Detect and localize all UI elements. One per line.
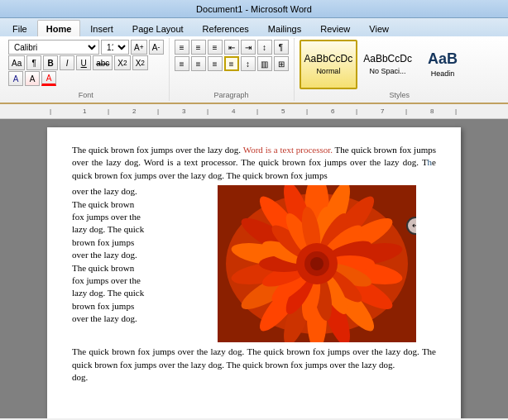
increase-indent-button[interactable]: ⇥ bbox=[241, 40, 256, 55]
style-normal-button[interactable]: AaBbCcDc Normal bbox=[300, 40, 358, 89]
bold-button[interactable]: B bbox=[43, 55, 58, 70]
align-left-button[interactable]: ≡ bbox=[175, 56, 189, 71]
text-left-column: over the lazy dog. The quick brown fox j… bbox=[72, 185, 213, 342]
first-paragraph: The quick brown fox jumps over the lazy … bbox=[72, 144, 436, 182]
tab-review[interactable]: Review bbox=[311, 20, 359, 36]
ribbon-content: Calibri 11 A+ A- Aa ¶ B I U abc X2 X2 A bbox=[0, 36, 508, 104]
para-row-1: ≡ ≡ ≡ ⇤ ⇥ ↕ ¶ bbox=[175, 40, 289, 55]
title-text: Document1 - Microsoft Word bbox=[196, 4, 312, 14]
title-bar: Document1 - Microsoft Word bbox=[0, 0, 508, 18]
highlight-button[interactable]: A bbox=[25, 71, 40, 86]
flower-svg bbox=[218, 185, 416, 342]
clear-format-button[interactable]: ¶ bbox=[26, 55, 41, 70]
style-normal-preview: AaBbCcDc bbox=[304, 54, 353, 64]
text-effect-button[interactable]: A bbox=[8, 71, 23, 86]
tab-references[interactable]: References bbox=[194, 20, 258, 36]
align-center-button[interactable]: ≡ bbox=[191, 56, 206, 71]
style-nospace-button[interactable]: AaBbCcDc No Spaci... bbox=[359, 40, 416, 89]
text-quickbrown-1: The quick brown fox jumps over the lazy … bbox=[72, 145, 243, 155]
style-nospace-label: No Spaci... bbox=[370, 67, 406, 75]
page-wrapper: The quick brown fox jumps over the lazy … bbox=[0, 119, 508, 418]
text-cont-3: e bbox=[432, 157, 436, 167]
font-group-content: Calibri 11 A+ A- Aa ¶ B I U abc X2 X2 A bbox=[8, 40, 164, 89]
font-group-label: Font bbox=[8, 89, 164, 99]
shading-button[interactable]: ▥ bbox=[257, 56, 272, 71]
multilevel-button[interactable]: ≡ bbox=[208, 40, 223, 55]
svg-point-40 bbox=[310, 257, 323, 270]
numbering-button[interactable]: ≡ bbox=[191, 40, 206, 55]
tab-insert[interactable]: Insert bbox=[81, 20, 122, 36]
align-right-button[interactable]: ≡ bbox=[208, 56, 223, 71]
decrease-indent-button[interactable]: ⇤ bbox=[224, 40, 239, 55]
paragraph-group-label: Paragraph bbox=[175, 89, 289, 99]
left-col-text: over the lazy dog. The quick brown fox j… bbox=[72, 185, 213, 325]
tab-pagelayout[interactable]: Page Layout bbox=[123, 20, 193, 36]
tab-mailings[interactable]: Mailings bbox=[259, 20, 310, 36]
subscript-button[interactable]: X2 bbox=[114, 55, 130, 70]
bottom-text-2: dog. bbox=[72, 372, 88, 382]
tab-view[interactable]: View bbox=[360, 20, 398, 36]
bullets-button[interactable]: ≡ bbox=[175, 40, 189, 55]
style-nospace-preview: AaBbCcDc bbox=[363, 54, 412, 64]
styles-group-label: Styles bbox=[300, 89, 500, 99]
borders-button[interactable]: ⊞ bbox=[274, 56, 289, 71]
bottom-paragraph: The quick brown fox jumps over the lazy … bbox=[72, 346, 436, 384]
ribbon-tabs: File Home Insert Page Layout References … bbox=[0, 18, 508, 36]
font-row-3: A A A bbox=[8, 71, 56, 86]
content-area: over the lazy dog. The quick brown fox j… bbox=[72, 185, 436, 342]
font-color-button[interactable]: A bbox=[41, 71, 56, 86]
tab-file[interactable]: File bbox=[3, 20, 36, 36]
ruler: | 1 | 2 | 3 | 4 | 5 | 6 | 7 | 8 | bbox=[0, 104, 508, 119]
grow-font-button[interactable]: A+ bbox=[131, 40, 147, 55]
paragraph-group: ≡ ≡ ≡ ⇤ ⇥ ↕ ¶ ≡ ≡ ≡ ≡ ↕ ▥ ⊞ Paragraph bbox=[170, 38, 295, 101]
styles-group-content: AaBbCcDc Normal AaBbCcDc No Spaci... AaB… bbox=[300, 40, 500, 89]
style-heading-preview: AaB bbox=[428, 51, 458, 66]
sort-button[interactable]: ↕ bbox=[257, 40, 272, 55]
change-case-button[interactable]: Aa bbox=[8, 55, 25, 70]
font-row-2: Aa ¶ B I U abc X2 X2 bbox=[8, 55, 148, 70]
style-heading-button[interactable]: AaB Headin bbox=[418, 40, 467, 89]
show-formatting-button[interactable]: ¶ bbox=[274, 40, 289, 55]
line-spacing-button[interactable]: ↕ bbox=[241, 56, 256, 71]
strikethrough-button[interactable]: abc bbox=[93, 55, 113, 70]
style-heading-label: Headin bbox=[431, 69, 455, 78]
bottom-text-1: The quick brown fox jumps over the lazy … bbox=[72, 346, 436, 369]
ruler-content: | 1 | 2 | 3 | 4 | 5 | 6 | 7 | 8 | bbox=[0, 104, 508, 118]
shrink-font-button[interactable]: A- bbox=[149, 40, 164, 55]
paragraph-group-content: ≡ ≡ ≡ ⇤ ⇥ ↕ ¶ ≡ ≡ ≡ ≡ ↕ ▥ ⊞ bbox=[175, 40, 289, 89]
justify-button[interactable]: ≡ bbox=[224, 56, 239, 71]
style-normal-label: Normal bbox=[316, 67, 340, 75]
flower-image: ↩ bbox=[218, 185, 416, 342]
font-group: Calibri 11 A+ A- Aa ¶ B I U abc X2 X2 A bbox=[3, 38, 170, 101]
italic-button[interactable]: I bbox=[60, 55, 74, 70]
font-row-1: Calibri 11 A+ A- bbox=[8, 40, 164, 55]
tab-home[interactable]: Home bbox=[37, 20, 81, 36]
para-row-2: ≡ ≡ ≡ ≡ ↕ ▥ ⊞ bbox=[175, 56, 289, 71]
text-cont-4: quick brown fox jumps over the lazy dog.… bbox=[72, 170, 328, 180]
document-page: The quick brown fox jumps over the lazy … bbox=[47, 127, 461, 418]
text-word-processor-1: Word is a text processor. bbox=[243, 145, 333, 155]
font-name-select[interactable]: Calibri bbox=[8, 40, 99, 55]
font-size-select[interactable]: 11 bbox=[101, 40, 129, 55]
superscript-button[interactable]: X2 bbox=[132, 55, 148, 70]
styles-group: AaBbCcDc Normal AaBbCcDc No Spaci... AaB… bbox=[295, 38, 505, 101]
underline-button[interactable]: U bbox=[76, 55, 91, 70]
